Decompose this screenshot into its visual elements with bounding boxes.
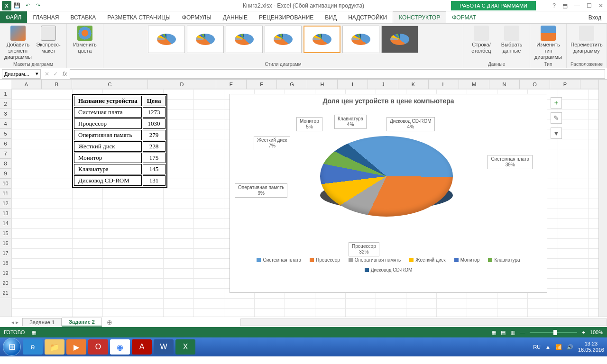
row-header[interactable]: 1: [0, 89, 11, 99]
zoom-level[interactable]: 100%: [590, 329, 603, 335]
col-header[interactable]: M: [459, 80, 489, 89]
col-header[interactable]: B: [42, 80, 72, 89]
taskbar-explorer-icon[interactable]: 📁: [45, 339, 64, 355]
taskbar-opera-icon[interactable]: O: [88, 339, 108, 355]
tab-layout[interactable]: РАЗМЕТКА СТРАНИЦЫ: [101, 11, 176, 23]
tray-clock[interactable]: 13:2316.05.2016: [578, 341, 604, 353]
row-header[interactable]: 13: [0, 209, 11, 218]
fx-icon[interactable]: fx: [60, 71, 70, 77]
chart-legend[interactable]: Системная плата Процессор Оперативная па…: [230, 255, 547, 275]
name-box[interactable]: Диаграм...▾: [2, 69, 41, 79]
row-header[interactable]: 18: [0, 258, 11, 268]
tab-view[interactable]: ВИД: [319, 11, 342, 23]
system-tray[interactable]: RU ▲ 📶 🔊 13:2316.05.2016: [533, 341, 604, 353]
style-4[interactable]: [265, 26, 302, 53]
tray-flag-icon[interactable]: ▲: [545, 344, 551, 350]
row-header[interactable]: 9: [0, 169, 11, 179]
select-data-button[interactable]: Выбрать данные: [497, 26, 526, 54]
row-header[interactable]: 21: [0, 288, 11, 298]
zoom-out-icon[interactable]: —: [520, 329, 525, 335]
row-header[interactable]: 14: [0, 218, 11, 228]
col-header[interactable]: G: [277, 80, 307, 89]
style-3[interactable]: [226, 26, 263, 53]
chart-object[interactable]: Доля цен устройств в цене компьютера ＋ ✎…: [230, 94, 547, 293]
sheet-tab-2[interactable]: Задание 2: [62, 318, 102, 327]
col-header[interactable]: F: [247, 80, 277, 89]
chart-styles-button[interactable]: ✎: [551, 112, 562, 124]
col-header[interactable]: P: [550, 80, 580, 89]
col-header[interactable]: D: [148, 80, 216, 89]
row-header[interactable]: 2: [0, 99, 11, 109]
help-icon[interactable]: ?: [552, 2, 556, 9]
tab-addins[interactable]: НАДСТРОЙКИ: [342, 11, 393, 23]
style-6[interactable]: [342, 26, 379, 53]
chart-title[interactable]: Доля цен устройств в цене компьютера: [230, 94, 547, 108]
chart-elements-button[interactable]: ＋: [551, 97, 562, 109]
col-header[interactable]: I: [338, 80, 368, 89]
taskbar-ie-icon[interactable]: e: [23, 339, 43, 355]
close-icon[interactable]: ✕: [598, 2, 603, 9]
view-normal-icon[interactable]: ▦: [491, 329, 496, 336]
row-header[interactable]: 3: [0, 109, 11, 119]
zoom-slider[interactable]: [530, 332, 577, 333]
add-chart-element-button[interactable]: Добавить элемент диаграммы: [4, 26, 32, 61]
tab-insert[interactable]: ВСТАВКА: [64, 11, 101, 23]
tray-volume-icon[interactable]: 🔊: [567, 344, 573, 350]
horizontal-scrollbar[interactable]: [240, 318, 607, 326]
tab-formulas[interactable]: ФОРМУЛЫ: [176, 11, 217, 23]
row-header[interactable]: 8: [0, 159, 11, 169]
macro-icon[interactable]: ▦: [31, 329, 36, 336]
cancel-icon[interactable]: ✕: [43, 71, 51, 77]
chart-style-gallery[interactable]: [148, 26, 418, 54]
taskbar-chrome-icon[interactable]: ◉: [110, 339, 130, 355]
col-header[interactable]: E: [216, 80, 247, 89]
row-header[interactable]: 19: [0, 268, 11, 278]
start-button[interactable]: ⊞: [3, 338, 21, 356]
row-headers[interactable]: 123456789101112131415161718192021: [0, 89, 11, 317]
col-header[interactable]: N: [489, 80, 520, 89]
row-header[interactable]: 4: [0, 119, 11, 129]
col-header[interactable]: K: [398, 80, 429, 89]
switch-row-col-button[interactable]: Строка/столбец: [467, 26, 496, 54]
taskbar-pdf-icon[interactable]: A: [132, 339, 152, 355]
tab-file[interactable]: ФАЙЛ: [0, 11, 27, 23]
view-break-icon[interactable]: ▥: [510, 329, 515, 336]
enter-icon[interactable]: ✓: [51, 71, 60, 77]
row-header[interactable]: 10: [0, 179, 11, 189]
undo-icon[interactable]: ↶: [23, 1, 32, 10]
chart-filters-button[interactable]: ▼: [551, 127, 562, 139]
move-chart-button[interactable]: Переместить диаграмму: [572, 26, 601, 54]
ribbon-options-icon[interactable]: ⬒: [562, 2, 568, 9]
excel-icon[interactable]: X: [2, 1, 11, 10]
tab-review[interactable]: РЕЦЕНЗИРОВАНИЕ: [253, 11, 319, 23]
style-1[interactable]: [148, 26, 185, 53]
style-2[interactable]: [187, 26, 224, 53]
sheet-tab-1[interactable]: Задание 1: [22, 318, 62, 326]
vertical-scrollbar[interactable]: [598, 80, 607, 317]
row-header[interactable]: 5: [0, 129, 11, 139]
column-headers[interactable]: ABCDEFGHIJKLMNOP: [11, 80, 598, 89]
data-table[interactable]: Название устройстваЦена Системная плата1…: [72, 94, 167, 188]
col-header[interactable]: H: [307, 80, 338, 89]
style-5[interactable]: [304, 26, 340, 53]
col-header[interactable]: O: [520, 80, 550, 89]
taskbar-excel-icon[interactable]: X: [175, 339, 195, 355]
row-header[interactable]: 12: [0, 199, 11, 209]
view-layout-icon[interactable]: ▤: [501, 329, 506, 336]
col-header[interactable]: C: [72, 80, 148, 89]
change-colors-button[interactable]: Изменить цвета: [71, 26, 99, 54]
zoom-in-icon[interactable]: +: [582, 329, 585, 335]
minimize-icon[interactable]: —: [574, 2, 580, 9]
tab-home[interactable]: ГЛАВНАЯ: [27, 11, 64, 23]
style-7[interactable]: [381, 26, 418, 53]
tray-lang[interactable]: RU: [533, 344, 541, 350]
taskbar-word-icon[interactable]: W: [154, 339, 174, 355]
tab-data[interactable]: ДАННЫЕ: [217, 11, 253, 23]
redo-icon[interactable]: ↷: [33, 1, 43, 10]
worksheet-grid[interactable]: ABCDEFGHIJKLMNOP 12345678910111213141516…: [0, 80, 607, 317]
login-link[interactable]: Вход: [589, 11, 607, 23]
row-header[interactable]: 15: [0, 228, 11, 238]
row-header[interactable]: 6: [0, 139, 11, 149]
formula-input[interactable]: [70, 69, 605, 79]
row-header[interactable]: 17: [0, 248, 11, 258]
